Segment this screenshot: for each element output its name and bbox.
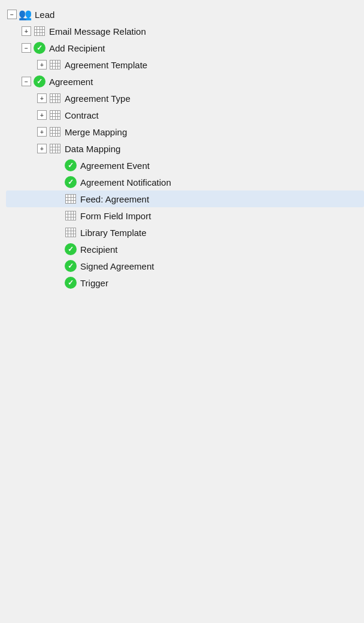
tree-item-contract[interactable]: +Contract — [6, 107, 364, 123]
expand-toggle[interactable]: + — [37, 110, 47, 120]
toggle-spacer — [53, 211, 62, 220]
tree-item-email-message-relation[interactable]: +Email Message Relation — [6, 23, 364, 40]
tree-item-agreement-type[interactable]: +Agreement Type — [6, 90, 364, 107]
collapse-toggle[interactable]: − — [22, 43, 31, 53]
tree-item-label: Merge Mapping — [65, 127, 127, 137]
tree-item-label: Data Mapping — [65, 144, 120, 154]
toggle-spacer — [53, 161, 62, 170]
grid-icon — [48, 143, 62, 154]
grid-icon — [64, 227, 77, 238]
tree-item-agreement-notification[interactable]: ✓Agreement Notification — [6, 174, 364, 190]
tree-item-signed-agreement[interactable]: ✓Signed Agreement — [6, 258, 364, 274]
tree-item-data-mapping[interactable]: +Data Mapping — [6, 140, 364, 157]
tree-item-label: Lead — [35, 10, 54, 20]
collapse-toggle[interactable]: − — [22, 77, 31, 86]
tree-item-label: Feed: Agreement — [80, 194, 149, 204]
tree-item-add-recipient[interactable]: −✓Add Recipient — [6, 40, 364, 56]
tree-item-label: Library Template — [80, 228, 147, 238]
expand-toggle[interactable]: + — [37, 60, 47, 69]
tree-item-label: Agreement Event — [80, 161, 150, 171]
grid-icon — [64, 210, 77, 221]
grid-icon — [33, 26, 46, 37]
grid-icon — [48, 59, 62, 70]
check-icon: ✓ — [64, 244, 77, 255]
expand-toggle[interactable]: + — [37, 144, 47, 153]
toggle-spacer — [53, 177, 62, 187]
tree-item-label: Recipient — [80, 244, 118, 255]
tree-item-label: Add Recipient — [49, 43, 105, 53]
toggle-spacer — [53, 261, 62, 271]
check-icon: ✓ — [64, 160, 77, 171]
check-icon: ✓ — [64, 177, 77, 187]
toggle-spacer — [53, 194, 62, 204]
collapse-toggle[interactable]: − — [7, 10, 17, 19]
tree-item-label: Agreement — [49, 77, 93, 87]
tree-item-label: Trigger — [80, 278, 108, 288]
tree-item-label: Agreement Notification — [80, 177, 171, 187]
grid-icon — [64, 193, 77, 204]
tree-item-label: Contract — [65, 110, 99, 120]
tree-item-label: Form Field Import — [80, 211, 151, 221]
tree-item-agreement-event[interactable]: ✓Agreement Event — [6, 157, 364, 174]
tree-item-label: Agreement Type — [65, 93, 131, 104]
check-icon: ✓ — [33, 43, 46, 53]
tree-item-feed-agreement[interactable]: Feed: Agreement — [6, 190, 364, 207]
tree-item-recipient[interactable]: ✓Recipient — [6, 241, 364, 258]
toggle-spacer — [53, 244, 62, 254]
tree-item-trigger[interactable]: ✓Trigger — [6, 274, 364, 291]
check-icon: ✓ — [64, 277, 77, 288]
users-icon: 👥 — [19, 9, 32, 20]
tree-item-label: Email Message Relation — [49, 26, 146, 37]
tree-item-library-template[interactable]: Library Template — [6, 224, 364, 241]
expand-toggle[interactable]: + — [37, 93, 47, 103]
grid-icon — [48, 126, 62, 137]
tree-item-lead[interactable]: −👥Lead — [6, 6, 364, 23]
tree-container: −👥Lead+Email Message Relation−✓Add Recip… — [0, 0, 364, 303]
grid-icon — [48, 93, 62, 104]
check-icon: ✓ — [64, 261, 77, 271]
expand-toggle[interactable]: + — [37, 127, 47, 137]
tree-item-merge-mapping[interactable]: +Merge Mapping — [6, 123, 364, 140]
tree-item-agreement-template[interactable]: +Agreement Template — [6, 56, 364, 73]
tree-item-label: Agreement Template — [65, 60, 147, 70]
expand-toggle[interactable]: + — [22, 26, 31, 36]
toggle-spacer — [53, 228, 62, 237]
tree-item-label: Signed Agreement — [80, 261, 154, 271]
toggle-spacer — [53, 278, 62, 288]
tree-item-agreement[interactable]: −✓Agreement — [6, 73, 364, 90]
grid-icon — [48, 110, 62, 120]
tree-item-form-field-import[interactable]: Form Field Import — [6, 207, 364, 224]
check-icon: ✓ — [33, 76, 46, 87]
